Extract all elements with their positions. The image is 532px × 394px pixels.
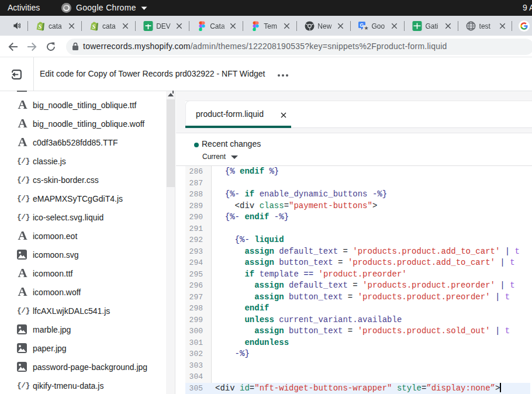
svg-text:S: S (92, 23, 95, 30)
svg-text:S: S (38, 23, 42, 30)
svg-text:★: ★ (364, 25, 368, 31)
